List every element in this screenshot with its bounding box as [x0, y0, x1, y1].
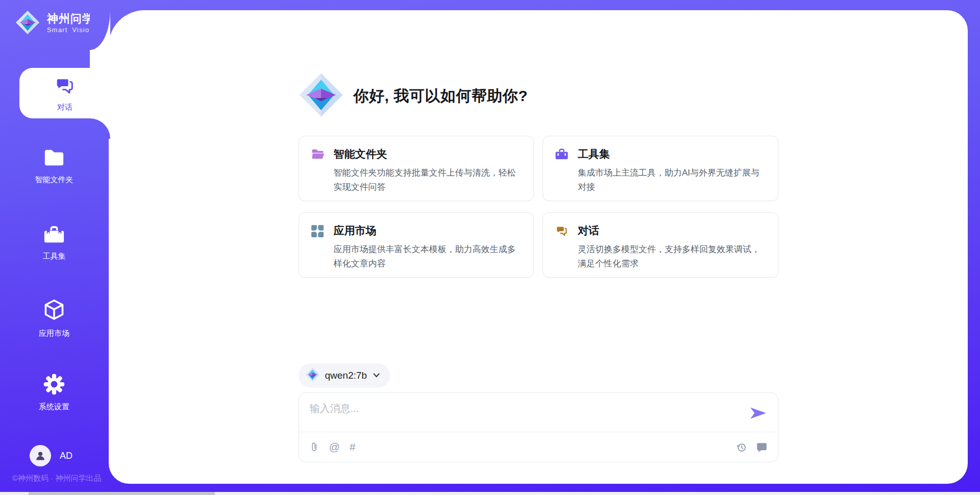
diamond-logo-icon	[305, 367, 320, 384]
sidebar-item-label: 工具集	[43, 252, 66, 261]
cube-icon	[43, 299, 65, 324]
toolbox-icon	[555, 148, 569, 201]
user-name: AD	[60, 451, 72, 461]
sidebar-item-toolset[interactable]: 工具集	[0, 224, 108, 261]
chat-icon	[555, 225, 569, 277]
person-icon	[34, 450, 46, 462]
card-title: 工具集	[578, 147, 766, 161]
app-subtitle: Smart Vision	[47, 27, 94, 34]
message-composer: @ #	[299, 392, 778, 462]
card-desc: 集成市场上主流工具，助力AI与外界无缝扩展与对接	[578, 166, 766, 194]
card-chat[interactable]: 对话 灵活切换多模型文件，支持多样回复效果调试，满足个性化需求	[543, 212, 778, 278]
sidebar-item-label: 系统设置	[39, 402, 69, 412]
sidebar-item-label: 智能文件夹	[35, 175, 74, 185]
feedback-icon[interactable]	[756, 441, 768, 453]
sidebar: 神州问学 Smart Vision 对话 智能文件夹	[0, 0, 109, 495]
main-panel: 你好, 我可以如何帮助你? 智能文件夹 智能文件夹功能支持批量文件上传与清洗，轻…	[109, 10, 968, 484]
app-logo: 神州问学 Smart Vision	[15, 10, 94, 37]
folder-icon	[42, 147, 66, 170]
card-toolset[interactable]: 工具集 集成市场上主流工具，助力AI与外界无缝扩展与对接	[543, 136, 778, 201]
model-selector[interactable]: qwen2:7b	[299, 363, 390, 388]
send-icon[interactable]	[749, 406, 767, 420]
card-desc: 灵活切换多模型文件，支持多样回复效果调试，满足个性化需求	[578, 242, 766, 270]
scrollbar-thumb[interactable]	[29, 492, 215, 495]
chat-icon	[54, 76, 76, 99]
diamond-logo-icon	[299, 72, 344, 119]
sidebar-item-chat[interactable]: 对话	[19, 68, 110, 118]
sidebar-item-label: 对话	[57, 103, 72, 112]
chevron-down-icon	[373, 371, 380, 380]
card-title: 应用市场	[334, 224, 522, 238]
card-title: 智能文件夹	[334, 147, 522, 161]
sidebar-item-smart-folder[interactable]: 智能文件夹	[0, 147, 108, 185]
grid-icon	[311, 225, 325, 277]
app-title: 神州问学	[47, 13, 94, 25]
message-input[interactable]	[299, 393, 778, 432]
diamond-logo-icon	[15, 10, 40, 37]
sidebar-item-label: 应用市场	[39, 329, 69, 338]
user-account[interactable]: AD	[30, 445, 72, 466]
model-name: qwen2:7b	[325, 370, 367, 381]
sidebar-item-settings[interactable]: 系统设置	[0, 373, 108, 412]
avatar	[30, 445, 51, 466]
copyright-footer: ©神州数码 · 神州问学出品	[12, 474, 101, 483]
attachment-icon[interactable]	[309, 441, 320, 453]
horizontal-scrollbar[interactable]	[0, 492, 980, 495]
card-desc: 应用市场提供丰富长文本模板，助力高效生成多样化文章内容	[334, 242, 522, 270]
card-desc: 智能文件夹功能支持批量文件上传与清洗，轻松实现文件问答	[334, 166, 522, 194]
card-app-market[interactable]: 应用市场 应用市场提供丰富长文本模板，助力高效生成多样化文章内容	[299, 212, 534, 278]
history-icon[interactable]	[736, 441, 747, 453]
greeting-title: 你好, 我可以如何帮助你?	[354, 86, 528, 107]
card-smart-folder[interactable]: 智能文件夹 智能文件夹功能支持批量文件上传与清洗，轻松实现文件问答	[299, 136, 534, 201]
folder-icon	[311, 148, 325, 201]
sidebar-item-app-market[interactable]: 应用市场	[0, 299, 108, 338]
toolbox-icon	[42, 224, 66, 247]
card-title: 对话	[578, 224, 766, 238]
gear-icon	[43, 373, 65, 398]
feature-cards: 智能文件夹 智能文件夹功能支持批量文件上传与清洗，轻松实现文件问答 工具集 集成…	[299, 136, 778, 278]
greeting: 你好, 我可以如何帮助你?	[299, 72, 778, 119]
